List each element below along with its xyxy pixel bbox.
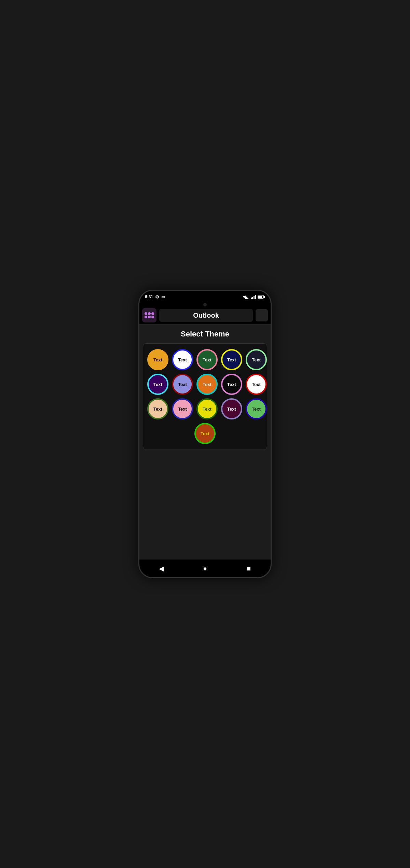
app-icon[interactable] xyxy=(142,308,156,322)
theme-circle-15[interactable]: Text xyxy=(246,398,267,419)
top-bar-title-wrap: Outlook xyxy=(159,309,253,322)
back-button[interactable]: ◀ xyxy=(154,562,168,575)
theme-circle-8[interactable]: Text xyxy=(196,374,218,395)
theme-label-7: Text xyxy=(178,382,187,387)
signal-bars xyxy=(251,295,256,299)
theme-label-16: Text xyxy=(201,431,209,436)
theme-circle-7[interactable]: Text xyxy=(172,374,193,395)
recents-button[interactable]: ■ xyxy=(242,562,256,575)
theme-label-12: Text xyxy=(178,407,187,412)
theme-label-14: Text xyxy=(227,407,236,412)
dots-grid xyxy=(145,312,154,318)
theme-label-15: Text xyxy=(252,407,261,412)
theme-circle-6[interactable]: Text xyxy=(147,374,168,395)
page-title: Select Theme xyxy=(181,330,229,339)
theme-label-5: Text xyxy=(252,357,261,362)
bottom-nav: ◀ ● ■ xyxy=(139,560,271,577)
theme-label-4: Text xyxy=(227,357,236,362)
theme-circle-5[interactable]: Text xyxy=(246,349,267,370)
theme-circle-3[interactable]: Text xyxy=(196,349,218,370)
theme-circle-2[interactable]: Text xyxy=(172,349,193,370)
theme-label-1: Text xyxy=(153,357,162,362)
theme-label-9: Text xyxy=(227,382,236,387)
theme-label-6: Text xyxy=(153,382,162,387)
theme-label-3: Text xyxy=(203,357,211,362)
theme-circle-10[interactable]: Text xyxy=(246,374,267,395)
phone-frame: 6:31 ⚙ ▭ ▾◣ xyxy=(138,290,272,578)
main-content: Select Theme TextTextTextTextTextTextTex… xyxy=(139,324,271,560)
themes-grid: TextTextTextTextTextTextTextTextTextText… xyxy=(147,349,263,419)
screenshot-icon: ▭ xyxy=(161,294,165,299)
themes-container: TextTextTextTextTextTextTextTextTextText… xyxy=(143,343,267,450)
battery-icon xyxy=(258,295,265,299)
last-row: Text xyxy=(147,423,263,444)
theme-circle-16[interactable]: Text xyxy=(194,423,216,444)
theme-label-13: Text xyxy=(203,407,211,412)
gear-icon: ⚙ xyxy=(155,294,159,300)
theme-label-2: Text xyxy=(178,357,187,362)
theme-circle-4[interactable]: Text xyxy=(221,349,242,370)
wifi-icon: ▾◣ xyxy=(243,294,249,300)
theme-circle-14[interactable]: Text xyxy=(221,398,242,419)
menu-button[interactable] xyxy=(256,309,268,321)
theme-label-10: Text xyxy=(252,382,261,387)
theme-circle-9[interactable]: Text xyxy=(221,374,242,395)
time-display: 6:31 xyxy=(145,294,153,299)
theme-circle-11[interactable]: Text xyxy=(147,398,168,419)
theme-label-8: Text xyxy=(203,382,211,387)
theme-label-11: Text xyxy=(153,407,162,412)
theme-circle-12[interactable]: Text xyxy=(172,398,193,419)
status-bar: 6:31 ⚙ ▭ ▾◣ xyxy=(139,291,271,303)
app-title: Outlook xyxy=(193,312,219,319)
theme-circle-13[interactable]: Text xyxy=(196,398,218,419)
home-button[interactable]: ● xyxy=(198,562,212,575)
theme-circle-1[interactable]: Text xyxy=(147,349,168,370)
top-bar: Outlook xyxy=(139,306,271,324)
notch-area xyxy=(139,303,271,306)
camera-dot xyxy=(203,303,207,306)
